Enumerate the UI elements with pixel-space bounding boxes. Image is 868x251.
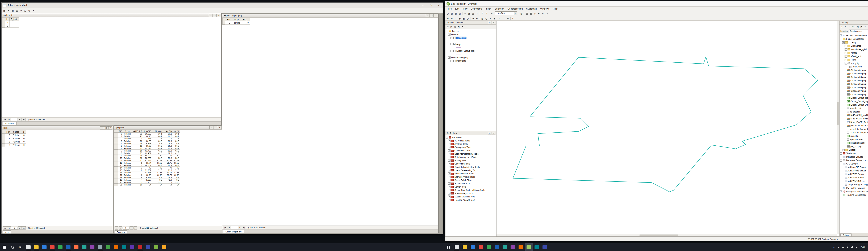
- tree-item[interactable]: Clipboard05.png: [840, 82, 868, 86]
- tree-item[interactable]: +Home - Documents\ArcGIS: [840, 34, 868, 37]
- select-by-attributes-button[interactable]: ▥: [15, 8, 19, 12]
- row-selector[interactable]: [114, 174, 118, 176]
- table-cell[interactable]: 4: [132, 179, 143, 181]
- last-record-button[interactable]: ▶|: [242, 226, 246, 229]
- column-header[interactable]: NAME_PIF: [132, 130, 143, 133]
- taskbar-app-icon[interactable]: [120, 243, 128, 251]
- tree-item[interactable]: Clipboard01.png: [840, 69, 868, 72]
- taskbar-app-icon[interactable]: [501, 243, 509, 251]
- table-cell[interactable]: 2: [132, 164, 143, 167]
- row-selector[interactable]: [114, 179, 118, 181]
- tree-item[interactable]: Add WMS Server: [840, 176, 868, 179]
- clear-selected-features-button[interactable]: ▢: [485, 16, 488, 20]
- last-record-button[interactable]: ▶|: [133, 226, 137, 229]
- zoom-out-button[interactable]: ⊖: [450, 16, 454, 20]
- list-by-selection-button[interactable]: ▣: [457, 25, 460, 28]
- table-cell[interactable]: [9, 24, 19, 28]
- tree-item[interactable]: inversion.txt: [840, 107, 868, 110]
- collapse-icon[interactable]: −: [451, 60, 453, 62]
- table-cell[interactable]: 62.5: [152, 152, 163, 154]
- table-cell[interactable]: 13: [118, 164, 123, 167]
- table-tab[interactable]: Профили: [115, 230, 127, 234]
- tree-item[interactable]: panoramic_clean_b7_LC08_L1TP_10...: [840, 124, 868, 128]
- table-cell[interactable]: Polyline: [123, 133, 132, 135]
- table-cell[interactable]: 26.6: [163, 142, 173, 145]
- table-cell[interactable]: 56.3: [152, 145, 163, 147]
- row-selector[interactable]: [114, 167, 118, 169]
- tree-item[interactable]: +Schematics Tools: [445, 182, 496, 185]
- table-child-profili[interactable]: Профили − ▢ ✕ FIDShapeNAME_PIFL_QGISL_Me…: [114, 126, 222, 234]
- add-data-button[interactable]: +: [490, 11, 494, 15]
- clear-selection-button[interactable]: ▢: [23, 8, 27, 12]
- list-by-source-button[interactable]: ▤: [450, 25, 453, 28]
- table-cell[interactable]: 76.8: [152, 176, 163, 179]
- search-button[interactable]: [8, 243, 16, 251]
- table-cell[interactable]: 3: [118, 140, 123, 142]
- tree-item[interactable]: +D:\stock: [840, 148, 868, 152]
- row-selector[interactable]: [114, 138, 118, 140]
- first-record-button[interactable]: |◀: [3, 226, 7, 229]
- expand-icon[interactable]: +: [842, 149, 844, 151]
- connect-folder-button[interactable]: +: [844, 25, 847, 28]
- table-cell[interactable]: 17: [118, 174, 123, 176]
- row-selector[interactable]: [114, 150, 118, 152]
- attribute-table[interactable]: FIDShapeId 0Polyline01Polyline02Polyline…: [2, 130, 26, 147]
- table-cell[interactable]: 33.3: [163, 181, 173, 184]
- menu-view[interactable]: View: [461, 7, 469, 10]
- minimize-button[interactable]: −: [100, 127, 104, 130]
- table-child-resp[interactable]: resp − ▢ ✕ FIDShapeId 0Polyline01Polylin…: [2, 126, 113, 234]
- table-cell[interactable]: 56.25: [143, 145, 152, 147]
- taskbar-app-icon[interactable]: [477, 243, 485, 251]
- tree-item[interactable]: +Data Interoperability Tools: [445, 152, 496, 155]
- select-elements-button[interactable]: ▸: [489, 16, 492, 20]
- table-cell[interactable]: Polyline: [123, 157, 132, 159]
- taskbar-app-icon[interactable]: [461, 243, 469, 251]
- table-window[interactable]: Table - main.fdsfd − ▢ ✕ ▦▾▤▥⇄▢◎✕ main.f…: [1, 2, 443, 235]
- expand-icon[interactable]: +: [448, 173, 451, 175]
- table-row[interactable]: 14Polyline379797979: [114, 167, 180, 169]
- taskbar-app-icon[interactable]: [493, 243, 501, 251]
- find-button[interactable]: ○: [498, 16, 502, 20]
- expand-icon[interactable]: +: [448, 153, 451, 155]
- tree-item[interactable]: Export_Output_nsp.shp: [840, 100, 868, 103]
- column-header[interactable]: Id: [21, 130, 26, 134]
- expand-icon[interactable]: +: [840, 190, 842, 193]
- table-cell[interactable]: 48.4: [152, 164, 163, 167]
- table-row[interactable]: 16Polyline743.14543.1543.1543.15: [114, 172, 180, 174]
- table-cell[interactable]: 81.75: [163, 162, 173, 164]
- new-map-button[interactable]: ▢: [446, 11, 450, 15]
- row-selector[interactable]: [114, 164, 118, 167]
- taskbar-app-icon[interactable]: [453, 243, 461, 251]
- table-cell[interactable]: 54: [173, 184, 180, 186]
- table-row[interactable]: 20Polyline1133.28833.333.333.3: [114, 181, 180, 184]
- row-selector[interactable]: [114, 181, 118, 184]
- tree-item[interactable]: −D:\Temp: [445, 33, 496, 36]
- map-scale-combobox[interactable]: 1:63 783 ▾: [495, 11, 517, 15]
- table-cell[interactable]: 81.75: [173, 162, 180, 164]
- table-cell[interactable]: 0: [21, 134, 26, 137]
- tree-item[interactable]: −ArcToolbox: [445, 136, 496, 139]
- taskbar-app-icon[interactable]: [469, 243, 477, 251]
- contents-view-button[interactable]: ▤: [856, 25, 860, 28]
- expand-icon[interactable]: +: [448, 163, 451, 165]
- taskbar-app-icon[interactable]: [128, 243, 136, 251]
- table-cell[interactable]: 76.8: [163, 176, 173, 179]
- table-cell[interactable]: Polyline: [123, 140, 132, 142]
- tree-item[interactable]: +Geocoding Tools: [445, 162, 496, 165]
- table-cell[interactable]: 8: [118, 152, 123, 154]
- table-cell[interactable]: 45.9: [152, 147, 163, 150]
- table-child-main[interactable]: main.fdsfd − ▢ ✕ idF_factr 12 |◀ ◀: [2, 13, 221, 125]
- save-button[interactable]: ▦: [454, 11, 458, 15]
- table-row[interactable]: 0Polyline0: [222, 21, 250, 25]
- row-selector[interactable]: [114, 140, 118, 142]
- tree-item[interactable]: Clipboard08.png: [840, 93, 868, 96]
- tree-item[interactable]: resp.shp: [840, 134, 868, 138]
- record-number-field[interactable]: 0: [11, 226, 18, 229]
- full-extent-button[interactable]: ◉: [458, 16, 462, 20]
- table-cell[interactable]: 81.75: [152, 162, 163, 164]
- table-cell[interactable]: 26.6: [173, 142, 180, 145]
- layer-visibility-checkbox[interactable]: ✓: [454, 50, 456, 52]
- table-cell[interactable]: 23: [132, 138, 143, 140]
- tree-item[interactable]: +Editing Tools: [445, 159, 496, 162]
- column-header[interactable]: L_QGIS: [143, 130, 152, 133]
